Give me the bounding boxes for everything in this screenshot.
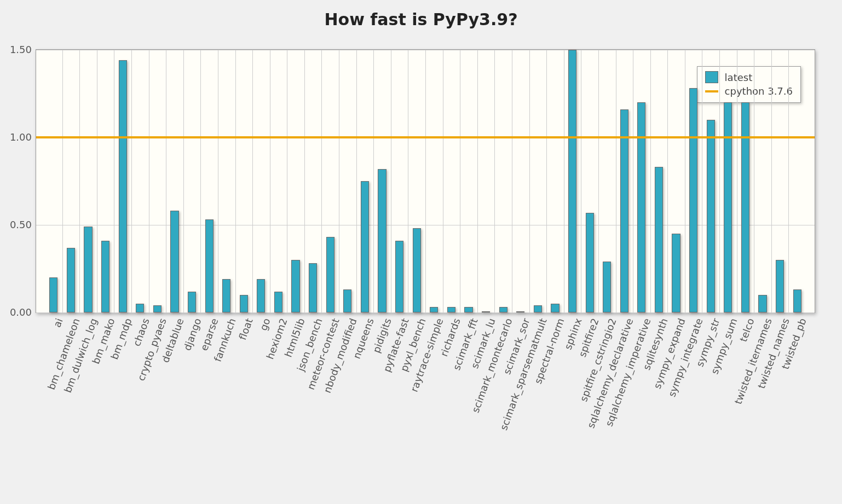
gridline-v	[408, 50, 408, 312]
gridline-v	[339, 50, 339, 312]
bar	[707, 120, 715, 312]
gridline-v	[477, 50, 478, 312]
gridline-v	[616, 50, 616, 312]
gridline-v	[788, 50, 789, 312]
gridline-v	[650, 50, 651, 312]
bar	[689, 88, 697, 312]
gridline-v	[166, 50, 166, 312]
bar	[620, 109, 628, 312]
xtick-label: go	[257, 317, 272, 332]
gridline-v	[114, 50, 114, 312]
gridline-v	[252, 50, 253, 312]
gridline-v	[62, 50, 63, 312]
gridline-v	[667, 50, 668, 312]
gridline-v	[149, 50, 149, 312]
gridline-v	[321, 50, 322, 312]
legend-label: cpython 3.7.6	[725, 85, 793, 97]
legend-entry-latest: latest	[703, 70, 795, 84]
gridline-v	[235, 50, 236, 312]
bar	[741, 102, 749, 312]
bar	[586, 213, 594, 312]
gridline-v	[754, 50, 754, 312]
bar	[84, 227, 92, 312]
bar	[464, 307, 472, 312]
bar	[637, 102, 645, 312]
xtick-label: ai	[51, 317, 65, 329]
gridline-v	[546, 50, 547, 312]
gridline-v	[581, 50, 581, 312]
legend-entry-cpython: cpython 3.7.6	[703, 84, 795, 98]
bar	[378, 169, 386, 312]
bar	[793, 289, 801, 312]
legend: latest cpython 3.7.6	[697, 66, 801, 103]
gridline-v	[270, 50, 270, 312]
bar	[430, 307, 438, 312]
chart-title: How fast is PyPy3.9?	[0, 10, 842, 29]
gridline-h	[36, 312, 815, 313]
plot-area: latest cpython 3.7.6	[36, 49, 815, 313]
bar	[655, 167, 663, 312]
bar	[724, 102, 732, 312]
chart-container: How fast is PyPy3.9? 0.00 0.50 1.00 1.50…	[0, 0, 842, 504]
bar	[67, 248, 75, 312]
bar	[49, 277, 57, 312]
legend-label: latest	[725, 72, 753, 83]
gridline-v	[183, 50, 184, 312]
ytick-label: 0.00	[5, 306, 32, 318]
bar	[758, 295, 766, 312]
gridline-v	[97, 50, 97, 312]
gridline-v	[304, 50, 305, 312]
bar	[170, 211, 178, 312]
bar	[153, 305, 162, 312]
bar	[776, 260, 784, 312]
gridline-v	[771, 50, 772, 312]
bar	[499, 307, 507, 312]
gridline-v	[737, 50, 737, 312]
gridline-v	[79, 50, 80, 312]
bar	[551, 304, 559, 312]
bar	[482, 311, 490, 312]
bar	[413, 228, 421, 312]
bar	[603, 262, 611, 312]
gridline-v	[218, 50, 218, 312]
ytick-label: 1.00	[5, 131, 32, 143]
bar	[291, 260, 299, 312]
bar	[672, 234, 680, 312]
ytick-label: 0.50	[5, 219, 32, 230]
bar	[222, 279, 230, 312]
gridline-v	[633, 50, 633, 312]
legend-swatch-bar-icon	[705, 71, 718, 83]
bar	[516, 311, 524, 312]
bar	[274, 292, 282, 312]
bar	[188, 292, 196, 312]
gridline-v	[685, 50, 685, 312]
xtick-label: telco	[737, 317, 757, 344]
bar	[257, 279, 265, 312]
xtick-label: float	[237, 317, 255, 341]
gridline-v	[512, 50, 512, 312]
gridline-v	[494, 50, 495, 312]
gridline-v	[529, 50, 530, 312]
gridline-v	[460, 50, 460, 312]
bar	[534, 305, 542, 312]
gridline-v	[131, 50, 132, 312]
bar	[395, 241, 403, 312]
gridline-v	[598, 50, 599, 312]
gridline-v	[287, 50, 287, 312]
gridline-v	[702, 50, 702, 312]
gridline-v	[356, 50, 357, 312]
bar	[240, 295, 248, 312]
bar	[343, 289, 351, 312]
bar	[136, 304, 144, 312]
bar	[568, 50, 576, 312]
bar	[361, 181, 369, 312]
ytick-label: 1.50	[5, 44, 32, 55]
bar	[119, 60, 127, 312]
gridline-v	[200, 50, 201, 312]
gridline-v	[391, 50, 391, 312]
gridline-v	[373, 50, 374, 312]
bar	[326, 237, 335, 312]
gridline-v	[564, 50, 564, 312]
bar	[309, 263, 317, 312]
gridline-v	[425, 50, 426, 312]
